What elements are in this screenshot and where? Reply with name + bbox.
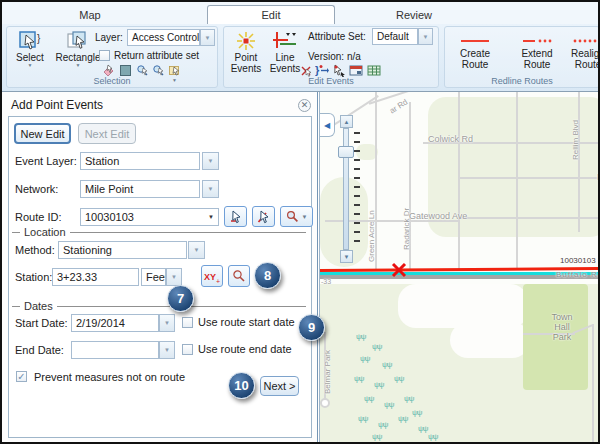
map-canvas[interactable]: ar Rd Green Acre Ln Radarick Dr Colwick … — [319, 92, 600, 444]
marsh-icon — [374, 380, 383, 389]
redline-group-label: Redline Routes — [445, 76, 599, 86]
return-attribute-checkbox[interactable] — [99, 50, 110, 61]
split-event-icon[interactable] — [299, 63, 313, 77]
route-zoom-menu-button[interactable]: ▼ — [280, 206, 313, 227]
realign-route-button[interactable]: Realign Route — [568, 34, 600, 70]
select-caret-icon: ▼ — [28, 63, 33, 68]
network-dropdown-button[interactable]: ▼ — [202, 180, 219, 198]
realign-route-icon — [571, 34, 600, 48]
zoom-to-selection-icon[interactable] — [135, 63, 149, 77]
event-layer-dropdown-button[interactable]: ▼ — [202, 152, 219, 170]
new-edit-button[interactable]: New Edit — [14, 123, 71, 144]
attribute-set-combobox[interactable]: Default — [372, 28, 418, 45]
marsh-icon — [372, 342, 381, 351]
station-value: 3+23.33 — [57, 271, 97, 283]
event-table-icon[interactable] — [367, 63, 381, 77]
marsh-icon — [412, 408, 421, 417]
attribute-set-dropdown-button[interactable]: ▼ — [418, 28, 433, 45]
road-vertical — [458, 92, 460, 270]
location-section-legend: Location — [12, 226, 306, 238]
create-route-button[interactable]: Create Route — [446, 34, 504, 70]
start-date-input[interactable]: 2/19/2014 — [71, 314, 159, 332]
next-edit-button[interactable]: Next Edit — [78, 123, 136, 144]
svg-text:}: } — [37, 33, 41, 44]
tab-edit[interactable]: Edit — [207, 5, 335, 24]
route-id-dropdown-icon[interactable]: ▼ — [208, 214, 214, 220]
point-events-button[interactable]: Point Events — [228, 30, 264, 74]
next-button[interactable]: Next > — [260, 376, 299, 396]
tab-review[interactable]: Review — [382, 5, 446, 24]
start-date-label: Start Date: — [15, 317, 68, 329]
pan-to-selection-icon[interactable] — [151, 63, 165, 77]
green-acre-ln-label: Green Acre Ln — [367, 210, 376, 262]
select-event-icon[interactable] — [332, 63, 346, 77]
station-input[interactable]: 3+23.33 — [52, 268, 139, 286]
zoom-in-button[interactable]: ▲ — [340, 115, 353, 128]
panel-collapse-arrow[interactable]: ◀ — [320, 113, 335, 137]
xy-icon: XY+ — [204, 266, 220, 285]
zoom-scale-ticks — [354, 132, 360, 247]
select-tool-button[interactable]: } Select ▼ — [10, 30, 50, 68]
town-hall-park-label: Town Hall Park — [544, 312, 580, 342]
network-label: Network: — [15, 183, 58, 195]
select-attributes-icon[interactable] — [167, 63, 181, 77]
zoom-out-button[interactable]: ▼ — [340, 250, 353, 263]
end-date-input[interactable] — [71, 341, 159, 359]
line-events-icon — [272, 30, 298, 52]
start-date-dropdown-button[interactable]: ▼ — [159, 314, 175, 332]
event-attributes-window-icon[interactable] — [349, 63, 363, 77]
gatewood-ave-label: Gatewood Ave — [409, 211, 467, 221]
station-unit-dropdown-button[interactable]: ▼ — [166, 268, 182, 286]
use-route-start-date-checkbox[interactable] — [182, 317, 193, 328]
tab-review-label: Review — [396, 9, 432, 21]
route-id-combobox[interactable]: 10030103 ▼ — [80, 208, 219, 226]
xy-coordinates-button[interactable]: XY+ — [201, 265, 223, 287]
road-cul-de-sac — [320, 398, 330, 408]
point-events-icon — [234, 30, 258, 52]
road-rellim-blvd — [578, 92, 580, 232]
route-number-label: 10030103 — [560, 256, 596, 265]
prevent-measures-checkbox[interactable] — [16, 371, 27, 382]
layer-combobox[interactable]: Access Control — [127, 29, 200, 46]
realign-route-label: Realign Route — [569, 48, 600, 70]
start-date-value: 2/19/2014 — [76, 317, 125, 329]
use-route-end-date-checkbox[interactable] — [182, 344, 193, 355]
clear-selection-icon[interactable] — [101, 63, 115, 77]
method-combobox[interactable]: Stationing — [58, 241, 187, 259]
network-combobox[interactable]: Mile Point — [80, 180, 200, 198]
route-id-value: 10030103 — [85, 211, 134, 223]
application-window: Map Edit Review Selection } Select ▼ Rec… — [0, 0, 600, 444]
panel-close-icon[interactable]: ✕ — [298, 99, 311, 112]
end-date-dropdown-button[interactable]: ▼ — [159, 341, 175, 359]
selectable-layers-icon[interactable] — [118, 63, 132, 77]
layer-dropdown-button[interactable]: ▼ — [200, 29, 215, 46]
create-route-label: Create Route — [446, 48, 504, 70]
station-unit-combobox[interactable]: Feet — [141, 268, 166, 286]
marsh-icon — [404, 394, 413, 403]
buffalo-rd-label: Buffalo Rd — [556, 270, 600, 279]
select-route-on-map-button[interactable] — [224, 206, 247, 227]
dates-section-legend: Dates — [12, 300, 306, 312]
marsh-icon — [382, 360, 391, 369]
selection-group-label: Selection — [7, 76, 217, 86]
clear-route-selection-button[interactable] — [252, 206, 275, 227]
marsh-icon — [372, 432, 381, 441]
merge-events-icon[interactable]: } — [315, 63, 329, 77]
rectangle-tool-icon — [66, 30, 90, 52]
svg-text:}: } — [315, 64, 320, 76]
layer-combobox-value: Access Control — [132, 32, 199, 43]
zoom-slider-handle[interactable] — [338, 146, 354, 158]
event-layer-combobox[interactable]: Station — [80, 152, 200, 170]
method-dropdown-button[interactable]: ▼ — [188, 241, 205, 259]
tab-edit-label: Edit — [262, 9, 281, 21]
tab-map[interactable]: Map — [60, 5, 120, 24]
clear-route-cursor-icon — [257, 210, 271, 224]
road-vertical — [516, 92, 518, 270]
method-value: Stationing — [63, 244, 112, 256]
extend-route-button[interactable]: Extend Route — [508, 34, 566, 70]
station-zoom-button[interactable] — [228, 265, 250, 287]
network-value: Mile Point — [85, 183, 133, 195]
panel-title: Add Point Events — [11, 98, 103, 112]
next-button-label: Next > — [263, 380, 295, 392]
ribbon-tabstrip: Map Edit Review — [2, 2, 598, 24]
